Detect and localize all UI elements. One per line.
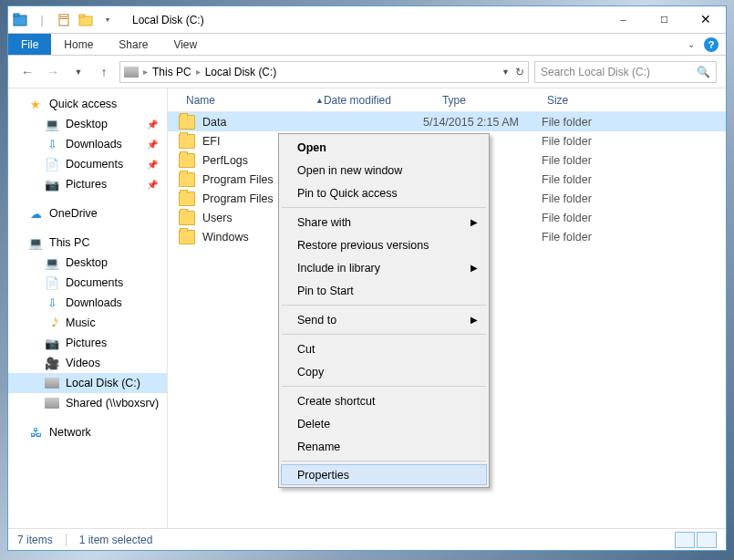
menu-send-to[interactable]: Send to▶	[281, 308, 487, 331]
address-dropdown-icon[interactable]: ▼	[501, 67, 510, 77]
menu-pin-start[interactable]: Pin to Start	[281, 279, 487, 302]
menu-include-library[interactable]: Include in library▶	[281, 256, 487, 279]
nav-pc-desktop[interactable]: 💻 Desktop	[8, 253, 167, 273]
folder-icon	[179, 172, 195, 187]
menu-separator	[282, 386, 486, 387]
nav-pc-documents[interactable]: 📄 Documents	[8, 273, 167, 293]
search-input[interactable]: Search Local Disk (C:) 🔍	[534, 61, 717, 83]
nav-label: Music	[66, 316, 96, 329]
ribbon-expand-icon[interactable]: ⌄	[687, 39, 695, 49]
menu-share-with[interactable]: Share with▶	[281, 211, 487, 233]
submenu-arrow-icon: ▶	[470, 315, 478, 325]
nav-pc-shared[interactable]: Shared (\\vboxsrv)	[8, 393, 167, 413]
svg-rect-0	[14, 16, 26, 26]
documents-icon: 📄	[45, 275, 59, 290]
breadcrumb-location[interactable]: Local Disk (C:)	[205, 66, 277, 78]
search-icon[interactable]: 🔍	[697, 66, 710, 78]
star-icon: ★	[28, 97, 43, 111]
nav-pc-videos[interactable]: 🎥 Videos	[8, 353, 167, 373]
column-size[interactable]: Size	[547, 94, 602, 107]
menu-open[interactable]: Open	[281, 136, 487, 159]
qat-separator: |	[34, 12, 50, 28]
menu-properties[interactable]: Properties	[281, 464, 487, 485]
qat-dropdown-icon[interactable]: ▾	[99, 12, 116, 28]
nav-quick-access[interactable]: ★ Quick access	[8, 94, 167, 114]
chevron-right-icon[interactable]: ▸	[140, 67, 150, 77]
pin-icon: 📌	[147, 160, 158, 170]
column-type[interactable]: Type	[442, 94, 547, 107]
close-button[interactable]: ✕	[685, 6, 726, 33]
sort-ascending-icon: ▲	[315, 96, 324, 105]
search-placeholder: Search Local Disk (C:)	[541, 66, 650, 78]
new-folder-qat-icon[interactable]	[78, 12, 94, 28]
tab-home[interactable]: Home	[51, 34, 106, 55]
nav-label: Quick access	[49, 98, 117, 110]
svg-rect-2	[59, 15, 68, 26]
nav-pc-downloads[interactable]: ⇩ Downloads	[8, 293, 167, 313]
nav-this-pc[interactable]: 💻 This PC	[8, 233, 167, 253]
window-title: Local Disk (C:)	[132, 14, 204, 26]
pin-icon: 📌	[147, 119, 158, 130]
menu-create-shortcut[interactable]: Create shortcut	[281, 389, 487, 412]
menu-restore-versions[interactable]: Restore previous versions	[281, 233, 487, 256]
menu-separator	[282, 305, 486, 306]
breadcrumb[interactable]: ▸ This PC ▸ Local Disk (C:) ▼ ↻	[119, 61, 529, 83]
context-menu: Open Open in new window Pin to Quick acc…	[278, 133, 490, 488]
menu-open-new-window[interactable]: Open in new window	[281, 159, 487, 181]
svg-rect-1	[14, 14, 19, 16]
nav-label: Pictures	[66, 337, 107, 349]
chevron-right-icon[interactable]: ▸	[193, 67, 203, 77]
svg-rect-4	[60, 18, 67, 19]
view-details-button[interactable]	[675, 532, 695, 548]
column-headers: Name ▲ Date modified Type Size	[168, 88, 726, 112]
tab-view[interactable]: View	[160, 34, 210, 55]
tab-share[interactable]: Share	[106, 34, 160, 55]
folder-icon	[179, 115, 195, 130]
nav-label: Desktop	[66, 118, 108, 130]
properties-qat-icon[interactable]	[56, 12, 72, 28]
minimize-button[interactable]: –	[603, 6, 644, 33]
forward-button[interactable]: →	[43, 62, 63, 82]
folder-icon	[179, 211, 195, 225]
view-large-icons-button[interactable]	[697, 532, 717, 548]
tab-file[interactable]: File	[8, 34, 51, 55]
svg-rect-3	[60, 16, 67, 17]
menu-cut[interactable]: Cut	[281, 337, 487, 360]
menu-copy[interactable]: Copy	[281, 360, 487, 383]
nav-pc-pictures[interactable]: 📷 Pictures	[8, 333, 167, 353]
menu-delete[interactable]: Delete	[281, 412, 487, 435]
breadcrumb-thispc[interactable]: This PC	[152, 66, 191, 78]
desktop-icon: 💻	[45, 255, 59, 270]
refresh-icon[interactable]: ↻	[515, 66, 524, 78]
nav-pc-localdisk[interactable]: Local Disk (C:)	[8, 373, 167, 393]
menu-rename[interactable]: Rename	[281, 435, 487, 458]
column-date[interactable]: Date modified	[324, 94, 442, 107]
nav-qa-downloads[interactable]: ⇩ Downloads 📌	[8, 134, 167, 154]
nav-label: Network	[49, 426, 91, 439]
menu-separator	[282, 461, 486, 461]
documents-icon: 📄	[45, 157, 59, 171]
maximize-button[interactable]: □	[644, 6, 685, 33]
explorer-window: | ▾ Local Disk (C:) – □ ✕ File Home Shar…	[7, 5, 727, 551]
recent-dropdown-icon[interactable]: ▼	[68, 62, 88, 82]
ribbon: File Home Share View ⌄ ?	[8, 34, 726, 56]
svg-rect-6	[79, 15, 85, 17]
nav-pc-music[interactable]: 𝅘𝅥𝅯 Music	[8, 313, 167, 333]
submenu-arrow-icon: ▶	[470, 263, 478, 273]
network-icon: 🖧	[28, 425, 43, 440]
nav-qa-desktop[interactable]: 💻 Desktop 📌	[8, 114, 167, 134]
nav-qa-documents[interactable]: 📄 Documents 📌	[8, 154, 167, 174]
divider	[66, 534, 67, 546]
help-icon[interactable]: ?	[704, 37, 718, 52]
up-button[interactable]: ↑	[94, 62, 114, 82]
back-button[interactable]: ←	[17, 62, 37, 82]
menu-pin-quick-access[interactable]: Pin to Quick access	[281, 181, 487, 204]
cloud-icon: ☁	[28, 206, 43, 221]
nav-label: Shared (\\vboxsrv)	[66, 397, 159, 410]
table-row[interactable]: Data5/14/2015 2:15 AMFile folder	[168, 112, 726, 131]
nav-onedrive[interactable]: ☁ OneDrive	[8, 203, 167, 223]
file-type: File folder	[542, 173, 646, 186]
file-name: Data	[202, 116, 423, 129]
nav-qa-pictures[interactable]: 📷 Pictures 📌	[8, 174, 167, 194]
nav-network[interactable]: 🖧 Network	[8, 422, 167, 442]
